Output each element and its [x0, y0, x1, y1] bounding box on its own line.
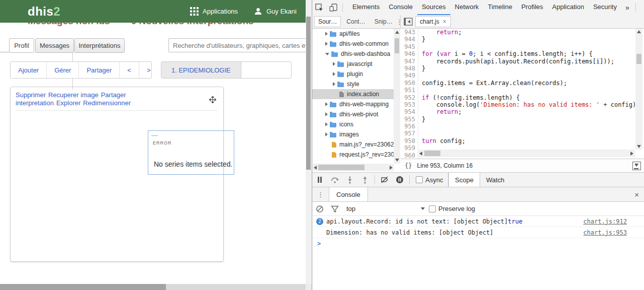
scroll-left-arrow[interactable] [419, 152, 422, 156]
code-line[interactable]: 956 [401, 123, 644, 130]
disclosure-collapsed-icon[interactable] [333, 82, 335, 86]
deactivate-breakpoints-icon[interactable] [381, 176, 389, 184]
tree-item-index-action[interactable]: index.action [312, 89, 394, 99]
line-number[interactable]: 948 [401, 65, 418, 72]
tree-item-images[interactable]: images [312, 129, 394, 139]
navigator-horizontal-scrollbar[interactable] [313, 164, 394, 171]
step-out-icon[interactable] [361, 176, 369, 184]
step-into-icon[interactable] [346, 176, 354, 184]
profile-tab-profil[interactable]: Profil [9, 38, 34, 53]
device-toolbar-icon[interactable] [329, 4, 337, 12]
widget-link[interactable]: Explorer [56, 99, 80, 107]
code-line[interactable]: 947 records.push(api.layout.Record(confi… [401, 58, 644, 65]
toolbar-button-[interactable]: < [120, 62, 139, 78]
line-number[interactable]: 945 [401, 43, 418, 50]
line-number[interactable]: 944 [401, 36, 418, 43]
devtools-tab-network[interactable]: Network [450, 0, 484, 15]
line-number[interactable]: 947 [401, 58, 418, 65]
devtools-tab-application[interactable]: Application [547, 0, 589, 15]
widget-link[interactable]: Partager [101, 91, 126, 99]
search-input[interactable] [168, 38, 310, 52]
disclosure-collapsed-icon[interactable] [325, 112, 328, 116]
tree-item-main-js-rev-23062[interactable]: main.js?_rev=23062 [312, 139, 394, 150]
scrollbar-thumb[interactable] [636, 54, 641, 64]
dashboard-tab-epidemiologie[interactable]: 1. EPIDEMIOLOGIE [161, 62, 241, 78]
devtools-tab-security[interactable]: Security [589, 0, 621, 15]
step-over-icon[interactable] [331, 176, 339, 184]
widget-link[interactable]: Recuperer image [48, 91, 99, 99]
pause-on-exceptions-icon[interactable] [396, 176, 404, 184]
line-number[interactable]: 949 [401, 72, 418, 79]
scrollbar-thumb[interactable] [395, 38, 399, 53]
line-number[interactable]: 957 [401, 130, 418, 137]
tree-item-style[interactable]: style [312, 79, 394, 89]
tree-item-dhis-web-pivot[interactable]: dhis-web-pivot [312, 109, 394, 119]
context-dropdown-icon[interactable] [421, 207, 425, 210]
code-line[interactable]: 943 return; [401, 29, 644, 36]
toolbar-button-[interactable]: > [139, 62, 152, 78]
toggle-drawer-icon[interactable] [632, 162, 641, 170]
scroll-right-arrow[interactable] [630, 152, 633, 156]
code-line[interactable]: 945 [401, 43, 644, 50]
scrollbar-thumb[interactable] [0, 284, 166, 290]
async-checkbox[interactable] [416, 176, 423, 183]
move-icon[interactable] [209, 96, 216, 103]
line-number[interactable]: 950 [401, 80, 418, 87]
page-horizontal-scrollbar[interactable] [0, 284, 306, 290]
widget-link[interactable]: interpretation [16, 99, 54, 107]
editor-horizontal-scrollbar[interactable] [418, 150, 635, 157]
disclosure-expanded-icon[interactable] [325, 53, 329, 55]
scrollbar-thumb[interactable] [424, 151, 440, 156]
scroll-down-arrow[interactable] [637, 145, 641, 148]
tree-item-javascript[interactable]: javascript [312, 59, 394, 69]
widget-link[interactable]: Redimensionner [83, 99, 131, 107]
disclosure-collapsed-icon[interactable] [325, 122, 328, 126]
profile-tab-messages[interactable]: Messages [35, 38, 74, 53]
tree-item-api-files[interactable]: api/files [312, 29, 394, 39]
code-line[interactable]: 953 console.log('Dimension: has no valid… [401, 101, 644, 108]
line-number[interactable]: 960 [401, 152, 418, 159]
disclosure-collapsed-icon[interactable] [325, 32, 328, 36]
line-number[interactable]: 952 [401, 94, 418, 101]
file-tab-close-icon[interactable]: × [443, 18, 446, 25]
source-location-link[interactable]: chart.js:953 [573, 229, 627, 236]
code-line[interactable]: 949 [401, 72, 644, 79]
code-line[interactable]: 951 [401, 87, 644, 94]
navigator-vertical-scrollbar[interactable] [394, 29, 400, 164]
scroll-up-arrow[interactable] [395, 31, 399, 34]
hide-navigator-icon[interactable] [404, 18, 413, 26]
editor-vertical-scrollbar[interactable] [635, 29, 642, 150]
line-number[interactable]: 955 [401, 116, 418, 123]
scroll-down-arrow[interactable] [395, 159, 399, 162]
user-menu[interactable]: Guy Ekani [254, 0, 297, 23]
line-number[interactable]: 946 [401, 50, 418, 57]
code-line[interactable]: 958turn config; [401, 137, 644, 144]
devtools-tab-console[interactable]: Console [384, 0, 417, 15]
code-line[interactable]: 950config.items = Ext.Array.clean(record… [401, 80, 644, 87]
disclosure-collapsed-icon[interactable] [325, 102, 328, 106]
tree-item-dhis-web-mapping[interactable]: dhis-web-mapping [312, 99, 394, 109]
devtools-tab-sources[interactable]: Sources [417, 0, 450, 15]
drawer-close-icon[interactable]: × [629, 190, 644, 199]
more-tabs-icon[interactable]: » [621, 4, 633, 12]
tree-item-request-js-rev-230[interactable]: request.js?_rev=230 [312, 150, 394, 160]
toolbar-button-ajouter[interactable]: Ajouter [11, 62, 47, 78]
side-tab-watch[interactable]: Watch [480, 173, 510, 187]
profile-tab-interprétations[interactable]: Interprétations [74, 38, 125, 53]
inspect-element-icon[interactable] [315, 4, 323, 12]
toolbar-button-grer[interactable]: Gérer [47, 62, 79, 78]
scrollbar-thumb[interactable] [318, 165, 364, 170]
line-number[interactable]: 953 [401, 101, 418, 108]
line-number[interactable]: 951 [401, 87, 418, 94]
dhis2-logo[interactable]: dhis2 [28, 5, 60, 19]
page-vertical-scrollbar[interactable] [306, 0, 311, 284]
navigator-tab[interactable]: Cont… [343, 17, 369, 27]
scroll-right-arrow[interactable] [390, 166, 393, 170]
tree-item-icons[interactable]: icons [312, 119, 394, 129]
pretty-print-icon[interactable]: {} [405, 162, 412, 169]
pause-script-icon[interactable] [316, 176, 324, 184]
execution-context-selector[interactable]: top [346, 205, 355, 212]
devtools-menu-icon[interactable]: ⋮ [638, 4, 644, 12]
side-tab-scope[interactable]: Scope [448, 173, 480, 187]
disclosure-collapsed-icon[interactable] [333, 72, 335, 76]
